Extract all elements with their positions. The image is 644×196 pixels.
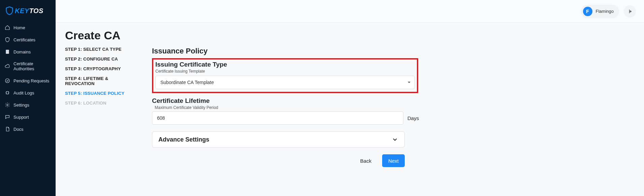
cert-lifetime-heading: Certificate Lifetime	[152, 97, 418, 105]
shield-icon	[5, 37, 10, 42]
svg-point-4	[7, 104, 8, 106]
sidebar-item-label: Audit Logs	[13, 90, 34, 95]
advance-settings-expander[interactable]: Advance Settings	[152, 131, 405, 148]
sidebar-item-certificates[interactable]: Certificates	[0, 34, 56, 46]
topbar: F Flamingo	[56, 0, 644, 23]
back-button[interactable]: Back	[354, 154, 377, 167]
issuing-cert-type-heading: Issuing Certificate Type	[155, 61, 415, 68]
sidebar-item-label: Certificate Authorities	[13, 61, 51, 71]
validity-unit: Days	[407, 115, 419, 121]
chevron-down-icon	[392, 136, 398, 143]
avatar: F	[583, 7, 592, 16]
step-4[interactable]: STEP 4: LIFETIME & REVOCATION	[65, 76, 136, 86]
sidebar-item-label: Domains	[13, 49, 31, 54]
logout-icon	[627, 9, 633, 14]
page-title: Create CA	[65, 29, 635, 42]
brand-logo: KEYTOS	[0, 3, 56, 22]
step-3[interactable]: STEP 3: CRYPTOGRAPHY	[65, 66, 136, 71]
user-menu[interactable]: F Flamingo	[581, 5, 619, 18]
sidebar-item-label: Pending Requests	[13, 78, 49, 83]
sidebar-item-label: Home	[13, 25, 25, 30]
sidebar-item-support[interactable]: Support	[0, 111, 56, 123]
sidebar-item-label: Support	[13, 115, 29, 120]
sidebar-item-domains[interactable]: Domains	[0, 46, 56, 58]
validity-label: Maximum Certificate Validity Period	[152, 105, 418, 110]
chat-icon	[5, 114, 10, 120]
next-button[interactable]: Next	[382, 154, 405, 167]
step-2[interactable]: STEP 2: CONFIGURE CA	[65, 56, 136, 62]
logout-button[interactable]	[624, 5, 636, 17]
svg-point-2	[5, 79, 9, 83]
sidebar-item-label: Certificates	[13, 37, 35, 42]
template-highlight-box: Issuing Certificate Type Certificate Iss…	[152, 58, 418, 93]
step-1[interactable]: STEP 1: SELECT CA TYPE	[65, 47, 136, 52]
template-select[interactable]: Subordinate CA Template	[155, 76, 415, 89]
home-icon	[5, 25, 10, 30]
sidebar-item-docs[interactable]: Docs	[0, 123, 56, 135]
sidebar-item-audit[interactable]: Audit Logs	[0, 87, 56, 99]
brand-suffix: TOS	[29, 7, 43, 14]
validity-input[interactable]	[152, 111, 403, 125]
sidebar-item-label: Settings	[13, 103, 29, 108]
clock-check-icon	[5, 78, 10, 83]
user-name: Flamingo	[596, 9, 614, 14]
shield-icon	[5, 6, 14, 15]
advance-settings-title: Advance Settings	[158, 136, 209, 143]
sidebar-item-settings[interactable]: Settings	[0, 99, 56, 111]
brand-prefix: KEY	[15, 7, 29, 14]
wizard-steps: STEP 1: SELECT CA TYPE STEP 2: CONFIGURE…	[65, 47, 136, 167]
sidebar-item-label: Docs	[13, 127, 24, 132]
cloud-icon	[5, 64, 10, 69]
gear-icon	[5, 102, 10, 108]
svg-rect-0	[6, 50, 9, 54]
sidebar: KEYTOS Home Certificates Domains Certifi…	[0, 0, 56, 196]
file-icon	[5, 126, 10, 132]
template-label: Certificate Issuing Template	[155, 69, 415, 74]
step-5[interactable]: STEP 5: ISSUANCE POLICY	[65, 91, 136, 96]
step-6: STEP 6: LOCATION	[65, 101, 136, 106]
sidebar-item-cas[interactable]: Certificate Authorities	[0, 58, 56, 75]
issuance-policy-heading: Issuance Policy	[152, 47, 418, 55]
sidebar-item-pending[interactable]: Pending Requests	[0, 75, 56, 87]
svg-rect-1	[6, 51, 8, 51]
sidebar-item-home[interactable]: Home	[0, 22, 56, 34]
document-icon	[5, 49, 10, 54]
bug-icon	[5, 90, 10, 95]
